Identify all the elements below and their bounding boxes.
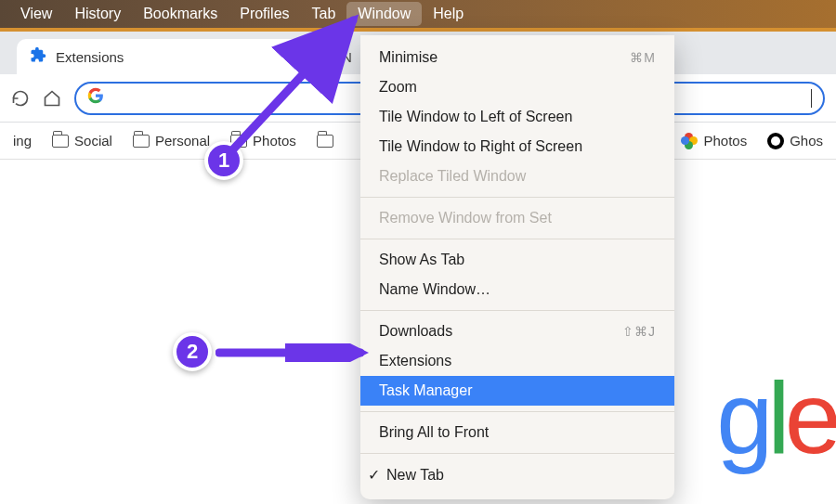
bookmark-label: Photos	[703, 133, 747, 149]
bookmark-label: Personal	[155, 133, 210, 149]
mac-menubar: View History Bookmarks Profiles Tab Wind…	[0, 0, 836, 32]
bookmark-label: Ghos	[790, 133, 823, 149]
bookmark-folder-social[interactable]: Social	[45, 129, 120, 152]
shortcut-label: ⇧⌘J	[622, 324, 656, 339]
menu-help[interactable]: Help	[422, 2, 475, 26]
menu-window[interactable]: Window	[346, 2, 422, 26]
menu-separator	[360, 310, 674, 311]
menu-bookmarks[interactable]: Bookmarks	[132, 2, 229, 26]
menu-task-manager[interactable]: Task Manager	[360, 376, 674, 406]
bookmark-folder-more[interactable]	[309, 131, 341, 151]
menu-tile-left[interactable]: Tile Window to Left of Screen	[360, 102, 674, 132]
menu-tab[interactable]: Tab	[301, 2, 347, 26]
folder-icon	[52, 135, 69, 148]
bookmark-label: Photos	[253, 133, 296, 149]
menu-replace-tiled: Replace Tiled Window	[360, 162, 674, 191]
folder-icon	[133, 135, 150, 148]
bookmark-folder-photos[interactable]: Photos	[223, 129, 304, 152]
tab-loading[interactable]: N	[305, 39, 361, 74]
ghostery-icon	[767, 133, 784, 149]
folder-icon	[317, 135, 333, 148]
menu-separator	[360, 239, 674, 239]
bookmark-folder-personal[interactable]: Personal	[125, 129, 217, 152]
menu-separator	[360, 197, 674, 198]
menu-profiles[interactable]: Profiles	[229, 2, 300, 26]
tab-extensions[interactable]: Extensions ×	[17, 39, 305, 74]
tab-title: N	[342, 49, 352, 65]
reload-icon[interactable]	[11, 89, 30, 108]
google-g-icon	[87, 87, 104, 109]
google-logo: gle	[716, 358, 836, 476]
menu-separator	[360, 453, 674, 454]
loading-spinner-icon	[318, 48, 334, 65]
menu-show-as-tab[interactable]: Show As Tab	[360, 245, 674, 275]
bookmark-label: ing	[13, 133, 32, 149]
menu-tile-right[interactable]: Tile Window to Right of Screen	[360, 132, 674, 162]
menu-view[interactable]: View	[9, 2, 63, 26]
menu-new-tab[interactable]: ✓ New Tab	[360, 459, 674, 490]
menu-zoom[interactable]: Zoom	[360, 72, 674, 102]
menu-separator	[360, 411, 674, 412]
bookmark-label: Social	[74, 133, 112, 149]
menu-extensions[interactable]: Extensions	[360, 346, 674, 376]
shortcut-label: ⌘M	[630, 50, 656, 65]
google-photos-icon	[681, 133, 698, 149]
menu-minimise[interactable]: Minimise⌘M	[360, 43, 674, 72]
bookmark-google-photos[interactable]: Photos	[673, 129, 754, 153]
checkmark-icon: ✓	[368, 466, 383, 484]
text-cursor	[811, 89, 812, 108]
menu-history[interactable]: History	[63, 2, 132, 26]
folder-icon	[230, 135, 247, 148]
home-icon[interactable]	[43, 89, 61, 108]
menu-name-window[interactable]: Name Window…	[360, 275, 674, 304]
bookmark-partial[interactable]: ing	[6, 129, 39, 152]
bookmark-ghostery[interactable]: Ghos	[760, 129, 830, 153]
menu-downloads[interactable]: Downloads⇧⌘J	[360, 317, 674, 346]
window-menu-dropdown: Minimise⌘M Zoom Tile Window to Left of S…	[360, 35, 674, 499]
close-icon[interactable]: ×	[283, 47, 294, 67]
menu-remove-from-set: Remove Window from Set	[360, 203, 674, 233]
tab-title: Extensions	[56, 49, 124, 65]
puzzle-piece-icon	[30, 46, 46, 68]
menu-bring-all-to-front[interactable]: Bring All to Front	[360, 418, 674, 447]
